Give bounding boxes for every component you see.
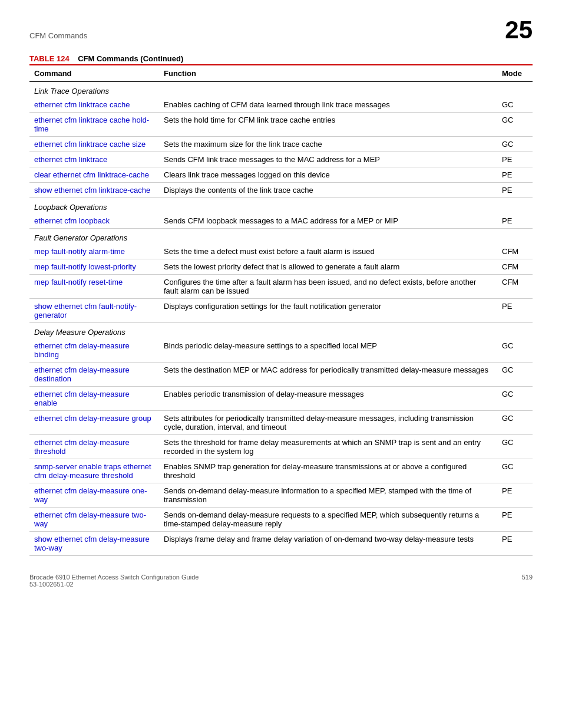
mode-cell: GC [497, 411, 533, 435]
mode-cell: PE [497, 299, 533, 323]
table-row: ethernet cfm loopbackSends CFM loopback … [29, 213, 533, 229]
table-row: ethernet cfm delay-measure thresholdSets… [29, 435, 533, 459]
table-row: ethernet cfm delay-measure one-waySends … [29, 483, 533, 508]
mode-cell: GC [497, 459, 533, 483]
table-caption: CFM Commands (Continued) [78, 54, 183, 63]
command-cell[interactable]: mep fault-notify alarm-time [29, 244, 159, 259]
command-cell[interactable]: ethernet cfm delay-measure destination [29, 363, 159, 387]
section-title: CFM Commands [29, 31, 87, 40]
command-cell[interactable]: ethernet cfm delay-measure binding [29, 338, 159, 363]
function-cell: Sends on-demand delay-measure requests t… [159, 508, 497, 532]
table-row: mep fault-notify reset-timeConfigures th… [29, 275, 533, 299]
table-row: clear ethernet cfm linktrace-cacheClears… [29, 167, 533, 183]
command-cell[interactable]: ethernet cfm linktrace cache size [29, 137, 159, 152]
command-cell[interactable]: ethernet cfm delay-measure enable [29, 387, 159, 411]
table-row: ethernet cfm delay-measure enableEnables… [29, 387, 533, 411]
section-label-row: Delay Measure Operations [29, 323, 533, 339]
command-cell[interactable]: ethernet cfm linktrace cache hold-time [29, 113, 159, 137]
mode-cell: GC [497, 97, 533, 113]
table-row: ethernet cfm delay-measure bindingBinds … [29, 338, 533, 363]
command-cell[interactable]: clear ethernet cfm linktrace-cache [29, 167, 159, 183]
table-row: ethernet cfm linktrace cacheEnables cach… [29, 97, 533, 113]
function-cell: Configures the time after a fault alarm … [159, 275, 497, 299]
function-cell: Displays configuration settings for the … [159, 299, 497, 323]
function-cell: Sets the destination MEP or MAC address … [159, 363, 497, 387]
page-header: CFM Commands 25 [29, 18, 533, 42]
mode-cell: CFM [497, 259, 533, 275]
col-function: Function [159, 65, 497, 82]
table-row: show ethernet cfm fault-notify-generator… [29, 299, 533, 323]
table-row: ethernet cfm linktrace cache sizeSets th… [29, 137, 533, 152]
command-cell[interactable]: mep fault-notify lowest-priority [29, 259, 159, 275]
function-cell: Sets the threshold for frame delay measu… [159, 435, 497, 459]
mode-cell: PE [497, 183, 533, 198]
function-cell: Sets the time a defect must exist before… [159, 244, 497, 259]
function-cell: Enables SNMP trap generation for delay-m… [159, 459, 497, 483]
page-number: 25 [505, 18, 533, 42]
table-row: ethernet cfm linktraceSends CFM link tra… [29, 152, 533, 167]
footer-left: Brocade 6910 Ethernet Access Switch Conf… [29, 574, 199, 588]
command-cell[interactable]: ethernet cfm delay-measure group [29, 411, 159, 435]
mode-cell: CFM [497, 275, 533, 299]
footer-right: 519 [522, 574, 533, 588]
mode-cell: PE [497, 213, 533, 229]
function-cell: Sets the maximum size for the link trace… [159, 137, 497, 152]
mode-cell: GC [497, 113, 533, 137]
table-row: mep fault-notify alarm-timeSets the time… [29, 244, 533, 259]
command-cell[interactable]: ethernet cfm delay-measure two-way [29, 508, 159, 532]
function-cell: Sends CFM loopback messages to a MAC add… [159, 213, 497, 229]
function-cell: Displays the contents of the link trace … [159, 183, 497, 198]
command-cell[interactable]: snmp-server enable traps ethernet cfm de… [29, 459, 159, 483]
command-cell[interactable]: ethernet cfm linktrace cache [29, 97, 159, 113]
section-label-row: Loopback Operations [29, 198, 533, 214]
function-cell: Sets the lowest priority defect that is … [159, 259, 497, 275]
table-row: show ethernet cfm linktrace-cacheDisplay… [29, 183, 533, 198]
command-cell[interactable]: ethernet cfm linktrace [29, 152, 159, 167]
table-row: show ethernet cfm delay-measure two-wayD… [29, 532, 533, 556]
function-cell: Binds periodic delay-measure settings to… [159, 338, 497, 363]
command-cell[interactable]: ethernet cfm delay-measure threshold [29, 435, 159, 459]
table-row: ethernet cfm delay-measure two-waySends … [29, 508, 533, 532]
section-label-row: Fault Generator Operations [29, 229, 533, 245]
table-row: ethernet cfm delay-measure groupSets att… [29, 411, 533, 435]
table-row: mep fault-notify lowest-prioritySets the… [29, 259, 533, 275]
function-cell: Enables periodic transmission of delay-m… [159, 387, 497, 411]
page-footer: Brocade 6910 Ethernet Access Switch Conf… [29, 574, 533, 588]
mode-cell: CFM [497, 244, 533, 259]
function-cell: Displays frame delay and frame delay var… [159, 532, 497, 556]
mode-cell: PE [497, 167, 533, 183]
function-cell: Sets attributes for periodically transmi… [159, 411, 497, 435]
command-cell[interactable]: ethernet cfm loopback [29, 213, 159, 229]
table-title: TABLE 124 CFM Commands (Continued) [29, 54, 533, 63]
command-cell[interactable]: show ethernet cfm linktrace-cache [29, 183, 159, 198]
section-label-row: Link Trace Operations [29, 82, 533, 98]
function-cell: Sets the hold time for CFM link trace ca… [159, 113, 497, 137]
function-cell: Enables caching of CFM data learned thro… [159, 97, 497, 113]
mode-cell: GC [497, 387, 533, 411]
table-number: TABLE 124 [29, 54, 70, 63]
table-row: snmp-server enable traps ethernet cfm de… [29, 459, 533, 483]
mode-cell: PE [497, 152, 533, 167]
mode-cell: PE [497, 508, 533, 532]
mode-cell: PE [497, 483, 533, 508]
mode-cell: GC [497, 338, 533, 363]
mode-cell: PE [497, 532, 533, 556]
table-header-row: Command Function Mode [29, 65, 533, 82]
mode-cell: GC [497, 137, 533, 152]
function-cell: Sends on-demand delay-measure informatio… [159, 483, 497, 508]
commands-table: Command Function Mode Link Trace Operati… [29, 64, 533, 556]
command-cell[interactable]: mep fault-notify reset-time [29, 275, 159, 299]
mode-cell: GC [497, 435, 533, 459]
mode-cell: GC [497, 363, 533, 387]
table-row: ethernet cfm delay-measure destinationSe… [29, 363, 533, 387]
col-command: Command [29, 65, 159, 82]
command-cell[interactable]: show ethernet cfm fault-notify-generator [29, 299, 159, 323]
function-cell: Sends CFM link trace messages to the MAC… [159, 152, 497, 167]
command-cell[interactable]: show ethernet cfm delay-measure two-way [29, 532, 159, 556]
command-cell[interactable]: ethernet cfm delay-measure one-way [29, 483, 159, 508]
table-row: ethernet cfm linktrace cache hold-timeSe… [29, 113, 533, 137]
function-cell: Clears link trace messages logged on thi… [159, 167, 497, 183]
col-mode: Mode [497, 65, 533, 82]
